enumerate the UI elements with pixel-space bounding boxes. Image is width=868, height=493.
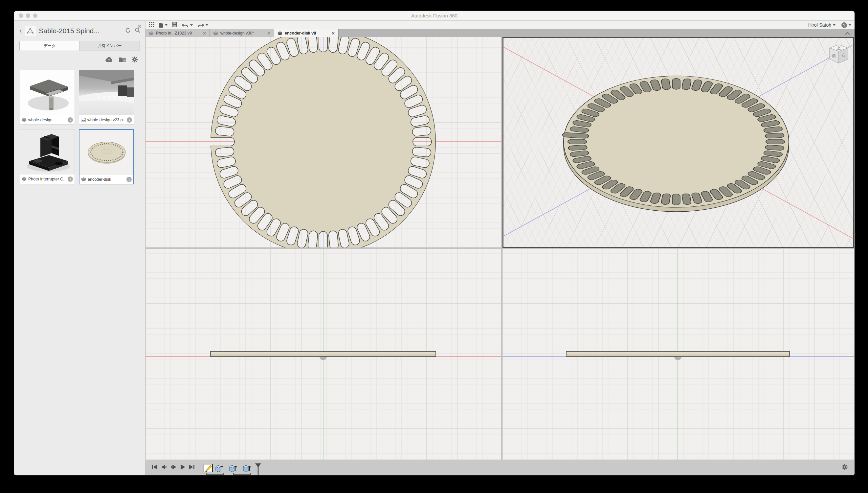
image-icon bbox=[81, 117, 86, 122]
timeline-play-button[interactable] bbox=[180, 464, 186, 471]
window-title: Autodesk Fusion 360 bbox=[14, 11, 854, 21]
model-cube-icon bbox=[277, 31, 282, 36]
quick-access-toolbar: Hirof Satoh ? bbox=[145, 21, 854, 29]
doc-tab-label: whole-design v30* bbox=[220, 31, 254, 36]
timeline-group-bracket bbox=[233, 473, 251, 475]
viewport-top-view[interactable] bbox=[145, 37, 501, 248]
list-item-whole-design-v23-render[interactable]: whole-design v23.p... i bbox=[79, 70, 134, 125]
model-cube-icon bbox=[149, 31, 154, 36]
doc-tab-encoder-disk[interactable]: encoder-disk v8 ✕ bbox=[274, 29, 339, 37]
item-label: encoder-disk bbox=[88, 177, 125, 182]
timeline-feature-extrude-1 bbox=[216, 465, 223, 472]
file-menu-icon[interactable] bbox=[159, 22, 167, 28]
list-item-whole-design[interactable]: whole-design i bbox=[20, 70, 75, 125]
model-cube-icon bbox=[22, 177, 27, 181]
encoder-disk-iso-view bbox=[503, 38, 853, 247]
doc-tab-label: Photo In...Z1023 v9 bbox=[156, 31, 192, 36]
display-settings-gear-icon[interactable] bbox=[841, 464, 848, 472]
undo-icon[interactable] bbox=[182, 23, 193, 28]
timeline-feature-extrude-2 bbox=[230, 465, 237, 472]
tab-shared-members[interactable]: 共有メンバー bbox=[79, 41, 140, 50]
data-panel-close-icon[interactable]: ✕ bbox=[137, 23, 142, 30]
project-item-grid: whole-design i bbox=[14, 65, 145, 185]
view-cube[interactable]: 上 前 右 bbox=[827, 43, 851, 70]
thumbnail-render bbox=[79, 70, 134, 115]
timeline-go-start-button[interactable] bbox=[152, 465, 157, 471]
info-icon[interactable]: i bbox=[127, 177, 132, 182]
help-menu[interactable]: ? bbox=[841, 22, 851, 28]
thumbnail-encoder-disk bbox=[79, 130, 133, 174]
item-label: whole-design v23.p... bbox=[87, 117, 125, 122]
document-tabbar: Photo In...Z1023 v9 ✕ whole-design v30* … bbox=[145, 29, 854, 37]
encoder-disk-front-view bbox=[145, 249, 501, 460]
info-icon[interactable]: i bbox=[127, 117, 132, 123]
timeline-feature-extrude-3 bbox=[243, 465, 251, 472]
viewport-iso-view-active[interactable]: 上 前 右 bbox=[502, 37, 854, 248]
thumbnail-photo-interrupter bbox=[20, 129, 74, 174]
project-logo-icon[interactable] bbox=[25, 26, 36, 36]
model-cube-icon bbox=[213, 31, 218, 36]
refresh-icon[interactable] bbox=[125, 27, 131, 35]
timeline-feature-sketch bbox=[204, 464, 212, 472]
close-tab-icon[interactable]: ✕ bbox=[332, 31, 335, 36]
new-folder-icon[interactable] bbox=[118, 57, 126, 64]
user-name: Hirof Satoh bbox=[808, 22, 831, 28]
gear-icon[interactable] bbox=[131, 56, 138, 64]
titlebar: Autodesk Fusion 360 bbox=[14, 11, 854, 21]
collapse-toolbar-icon[interactable] bbox=[845, 30, 850, 36]
item-label: Photo Interrupter C... bbox=[28, 177, 66, 181]
tab-data[interactable]: データ bbox=[20, 41, 79, 50]
user-menu[interactable]: Hirof Satoh bbox=[808, 22, 836, 28]
timeline-step-forward-button[interactable] bbox=[170, 465, 177, 471]
viewcube-top-label: 上 bbox=[837, 46, 841, 50]
modeling-canvas[interactable]: 上 前 右 bbox=[145, 37, 854, 460]
viewport-right-view[interactable] bbox=[502, 249, 854, 460]
back-icon[interactable]: ‹ bbox=[19, 28, 22, 34]
apps-grid-icon[interactable] bbox=[149, 22, 154, 28]
list-item-encoder-disk[interactable]: encoder-disk i bbox=[79, 129, 134, 185]
timeline-playhead[interactable] bbox=[255, 464, 261, 475]
panel-tab-group: データ 共有メンバー bbox=[19, 41, 140, 51]
help-icon: ? bbox=[841, 22, 847, 28]
close-tab-icon[interactable]: ✕ bbox=[203, 31, 206, 36]
item-label: whole-design bbox=[28, 117, 66, 122]
model-cube-icon bbox=[22, 117, 27, 122]
info-icon[interactable]: i bbox=[68, 117, 73, 123]
list-item-photo-interrupter[interactable]: Photo Interrupter C... i bbox=[20, 129, 75, 185]
viewcube-right-label: 右 bbox=[841, 52, 846, 58]
upload-icon[interactable] bbox=[105, 57, 113, 64]
fusion360-window: Autodesk Fusion 360 ✕ ‹ Sable-2015 Spind… bbox=[14, 11, 854, 475]
info-icon[interactable]: i bbox=[68, 176, 73, 182]
data-panel: ✕ ‹ Sable-2015 Spind... データ bbox=[14, 21, 145, 475]
doc-tab-label: encoder-disk v8 bbox=[285, 31, 316, 36]
close-tab-icon[interactable]: ✕ bbox=[267, 31, 271, 36]
redo-icon[interactable] bbox=[197, 23, 208, 28]
timeline-step-back-button[interactable] bbox=[161, 465, 167, 471]
encoder-disk-right-view bbox=[502, 249, 854, 460]
doc-tab-photo-interrupter[interactable]: Photo In...Z1023 v9 ✕ bbox=[145, 29, 210, 37]
feature-timeline[interactable] bbox=[203, 462, 262, 474]
model-cube-icon bbox=[81, 177, 86, 181]
viewport-front-view[interactable] bbox=[145, 249, 501, 460]
viewcube-front-label: 前 bbox=[832, 53, 836, 58]
save-icon[interactable] bbox=[172, 22, 177, 28]
timeline-go-end-button[interactable] bbox=[189, 465, 195, 471]
thumbnail-whole-design bbox=[20, 70, 74, 115]
timeline-bar bbox=[145, 460, 854, 475]
encoder-disk-top-view bbox=[145, 37, 501, 248]
project-title: Sable-2015 Spind... bbox=[39, 27, 121, 35]
timeline-group-bracket bbox=[207, 473, 224, 475]
doc-tab-whole-design[interactable]: whole-design v30* ✕ bbox=[210, 29, 274, 37]
